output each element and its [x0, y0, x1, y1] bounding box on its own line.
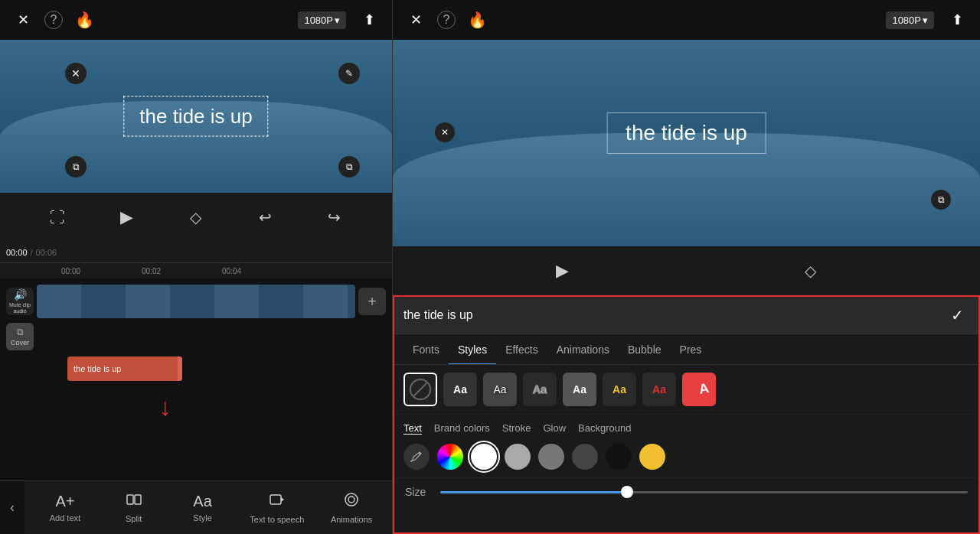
right-play-button[interactable]: ▶ [550, 259, 575, 283]
color-tab-background[interactable]: Background [578, 422, 631, 435]
left-top-icons: ✕ ? 🔥 [12, 9, 95, 31]
left-top-bar: ✕ ? 🔥 1080P ▾ ⬆ [0, 0, 392, 40]
size-section: Size [394, 478, 978, 506]
color-swatch-gold[interactable] [639, 444, 665, 470]
left-handle-copy[interactable]: ⧉ [65, 156, 87, 177]
right-top-bar: ✕ ? 🔥 1080P ▾ ⬆ [393, 0, 980, 40]
left-bottom-toolbar: ‹ A+ Add text Split Aa Style Text to spe [0, 480, 392, 534]
left-timeline-area: 00:00 / 00:06 00:00 00:02 00:04 🔊 Mute c… [0, 242, 392, 480]
text-input-field[interactable] [403, 308, 939, 322]
text-edit-panel: ✓ Fonts Styles Effects Animations Bubble… [393, 295, 980, 534]
preset-red-text: Aa [652, 383, 666, 396]
left-text-track-label: the tide is up [74, 364, 121, 373]
preset-outline[interactable]: Aa [523, 373, 557, 406]
left-magic-button[interactable]: ◇ [184, 205, 208, 230]
preset-gold[interactable]: Aa [603, 373, 636, 406]
left-cover-symbol: ⧉ [17, 327, 24, 337]
preset-more[interactable]: A [682, 373, 716, 406]
left-tts-icon [269, 491, 286, 512]
color-swatch-spectrum[interactable] [437, 444, 463, 470]
right-top-icons: ✕ ? 🔥 [405, 9, 488, 31]
checkmark-button[interactable]: ✓ [945, 303, 969, 327]
left-toolbar-tts[interactable]: Text to speech [250, 491, 304, 524]
tab-animations[interactable]: Animations [547, 334, 619, 365]
right-handle-resize[interactable]: ⧉ [931, 190, 951, 210]
right-help-button[interactable]: ? [437, 11, 456, 29]
right-upload-button[interactable]: ⬆ [946, 9, 968, 31]
tab-pres[interactable]: Pres [671, 334, 711, 365]
right-handle-close[interactable]: ✕ [435, 122, 455, 142]
ruler-mark-0: 00:00 [61, 267, 80, 275]
left-split-label: Split [126, 514, 142, 523]
tab-styles[interactable]: Styles [449, 334, 496, 365]
left-toolbar-split[interactable]: Split [113, 492, 155, 523]
left-handle-edit[interactable]: ✎ [338, 63, 360, 84]
left-collapse-button[interactable]: ‹ [0, 481, 24, 534]
svg-point-5 [419, 453, 420, 454]
left-toolbar-items: A+ Add text Split Aa Style Text to speec… [24, 491, 392, 524]
left-redo-button[interactable]: ↪ [322, 205, 347, 230]
color-swatch-black[interactable] [606, 444, 632, 470]
left-video-track[interactable] [37, 285, 355, 318]
color-tab-stroke[interactable]: Stroke [502, 422, 531, 435]
preset-bg[interactable]: Aa [563, 373, 596, 406]
left-timeline-tracks: 🔊 Mute clip audio + ⧉ Cover the tide is … [0, 278, 392, 453]
left-play-button[interactable]: ▶ [115, 205, 139, 230]
left-mute-symbol: 🔊 [14, 288, 27, 301]
svg-rect-0 [127, 495, 133, 504]
color-section-tabs: Text Brand colors Stroke Glow Background [403, 422, 969, 435]
preset-shadow[interactable]: Aa [483, 373, 517, 406]
right-overlay-text: the tide is up [626, 121, 747, 145]
left-flame-icon: 🔥 [74, 9, 95, 31]
preset-shadow-text: Aa [493, 383, 506, 396]
right-resolution-button[interactable]: 1080P ▾ [886, 11, 934, 29]
left-text-overlay[interactable]: the tide is up [123, 96, 268, 137]
color-tab-brand[interactable]: Brand colors [434, 422, 490, 435]
preset-plain-text: Aa [453, 383, 467, 396]
left-help-button[interactable]: ? [44, 11, 63, 29]
left-add-track-button[interactable]: + [358, 288, 386, 315]
preset-plain[interactable]: Aa [443, 373, 477, 406]
left-close-button[interactable]: ✕ [12, 9, 34, 31]
right-flame-icon: 🔥 [466, 9, 488, 31]
tab-effects[interactable]: Effects [496, 334, 547, 365]
color-tab-text[interactable]: Text [403, 422, 422, 435]
left-arrow-indicator: ↓ [6, 386, 386, 447]
right-text-overlay[interactable]: the tide is up [606, 112, 766, 154]
size-slider[interactable] [440, 491, 968, 493]
left-toolbar-style[interactable]: Aa Style [181, 493, 224, 523]
left-handle-resize[interactable]: ⧉ [338, 156, 360, 177]
color-swatch-gray3[interactable] [572, 444, 598, 470]
left-resolution-button[interactable]: 1080P ▾ [298, 11, 346, 29]
left-red-arrow: ↓ [159, 393, 172, 422]
color-swatch-gray2[interactable] [538, 444, 564, 470]
left-time-current: 00:00 [6, 248, 28, 257]
left-cover-icon[interactable]: ⧉ Cover [6, 323, 34, 350]
color-swatches [403, 444, 969, 470]
left-expand-button[interactable]: ⛶ [45, 205, 70, 230]
right-magic-button[interactable]: ◇ [798, 259, 822, 283]
preset-red[interactable]: Aa [642, 373, 676, 406]
left-text-track[interactable]: the tide is up [67, 357, 182, 381]
no-style-icon [410, 379, 431, 400]
tab-fonts[interactable]: Fonts [403, 334, 449, 365]
color-picker-button[interactable] [403, 444, 430, 470]
left-handle-close[interactable]: ✕ [65, 63, 87, 84]
left-mute-label: Mute clip audio [6, 302, 34, 315]
right-close-button[interactable]: ✕ [405, 9, 426, 31]
color-swatch-white[interactable] [471, 444, 497, 470]
left-undo-button[interactable]: ↩ [253, 205, 277, 230]
left-toolbar-add-text[interactable]: A+ Add text [44, 493, 87, 523]
color-swatch-gray1[interactable] [505, 444, 531, 470]
left-text-track-handle[interactable] [178, 357, 182, 381]
left-add-text-label: Add text [50, 513, 80, 523]
left-upload-button[interactable]: ⬆ [358, 9, 380, 31]
left-overlay-text: the tide is up [139, 105, 252, 129]
left-mute-icon[interactable]: 🔊 Mute clip audio [6, 288, 34, 315]
preset-none[interactable] [403, 373, 437, 406]
left-animations-icon [343, 491, 360, 512]
left-toolbar-animations[interactable]: Animations [330, 491, 373, 524]
tab-bubble[interactable]: Bubble [619, 334, 671, 365]
color-tab-glow[interactable]: Glow [543, 422, 566, 435]
left-timeline-header: 00:00 / 00:06 [0, 242, 392, 263]
